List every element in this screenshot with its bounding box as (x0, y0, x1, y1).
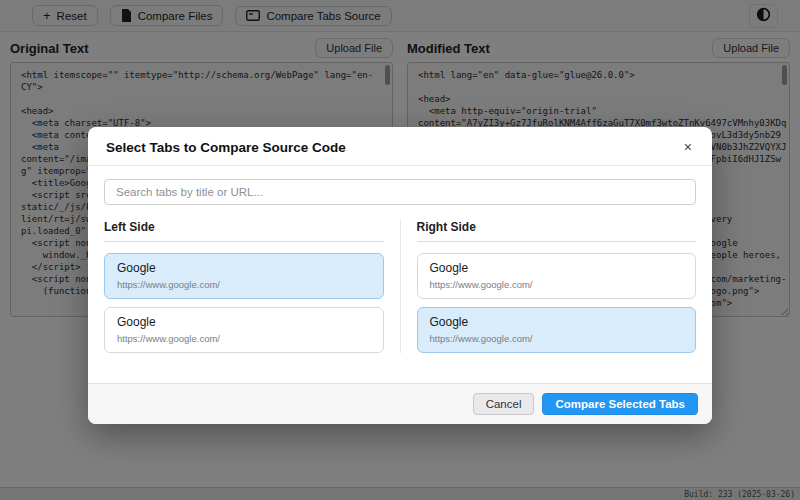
modal-title: Select Tabs to Compare Source Code (106, 140, 346, 155)
right-tab-option-2[interactable]: Google https://www.google.com/ (417, 307, 697, 353)
tab-url: https://www.google.com/ (117, 333, 371, 344)
modal-footer: Cancel Compare Selected Tabs (88, 383, 712, 424)
modal-header: Select Tabs to Compare Source Code × (88, 127, 712, 166)
modal-body: Left Side Google https://www.google.com/… (88, 166, 712, 369)
tab-title: Google (430, 315, 684, 329)
tab-title: Google (117, 261, 371, 275)
tab-columns: Left Side Google https://www.google.com/… (104, 220, 696, 353)
left-side-column: Left Side Google https://www.google.com/… (104, 220, 400, 353)
tab-url: https://www.google.com/ (430, 279, 684, 290)
right-tab-option-1[interactable]: Google https://www.google.com/ (417, 253, 697, 299)
close-icon[interactable]: × (680, 138, 696, 156)
left-tab-option-2[interactable]: Google https://www.google.com/ (104, 307, 384, 353)
tab-search-input[interactable] (104, 179, 696, 205)
tab-title: Google (117, 315, 371, 329)
cancel-button[interactable]: Cancel (473, 393, 535, 415)
select-tabs-modal: Select Tabs to Compare Source Code × Lef… (88, 127, 712, 424)
tab-title: Google (430, 261, 684, 275)
tab-url: https://www.google.com/ (117, 279, 371, 290)
right-side-header: Right Side (417, 220, 697, 242)
right-side-column: Right Side Google https://www.google.com… (400, 220, 697, 353)
left-tab-option-1[interactable]: Google https://www.google.com/ (104, 253, 384, 299)
compare-selected-tabs-button[interactable]: Compare Selected Tabs (542, 393, 698, 415)
tab-url: https://www.google.com/ (430, 333, 684, 344)
left-side-header: Left Side (104, 220, 384, 242)
